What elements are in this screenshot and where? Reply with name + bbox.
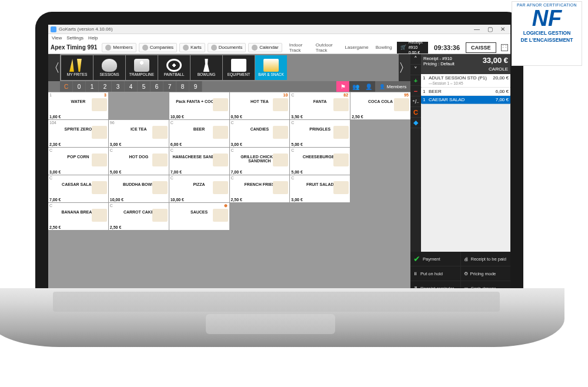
numpad-7[interactable]: 7: [163, 81, 176, 92]
receipt-line[interactable]: 1 CAESAR SALAD 7,00 €: [421, 96, 510, 104]
numpad-0[interactable]: 0: [73, 81, 86, 92]
product-qty: C: [171, 176, 173, 180]
cashier-name: CAROLE: [423, 66, 508, 72]
menu-view[interactable]: View: [52, 35, 62, 41]
numpad-4[interactable]: 4: [125, 81, 138, 92]
product-pringles[interactable]: C PRINGLES 5,00 €: [290, 120, 350, 147]
category-bowling[interactable]: BOWLING: [191, 55, 222, 80]
category-sessions[interactable]: SESSIONS: [93, 55, 125, 80]
product-ham-cheese-sandwich[interactable]: C HAM&CHEESE SANDWICH 7,00 €: [169, 148, 229, 175]
product-coca-cola[interactable]: 95 COCA COLA 2,50 €: [350, 92, 410, 119]
loyalty-button[interactable]: ◆: [410, 118, 421, 128]
product-qty: C: [231, 148, 234, 152]
track-indoor[interactable]: Indoor Track: [287, 41, 311, 54]
track-outdoor[interactable]: Outdoor Track: [313, 41, 340, 54]
ribbon-members[interactable]: Members: [102, 43, 136, 52]
product-candies[interactable]: C CANDIES 3,00 €: [230, 120, 290, 147]
members-label[interactable]: 👤 Members: [375, 81, 410, 92]
product-pack-fanta-coca-x-[interactable]: Pack FANTA + COCA x3 10,00 €: [169, 92, 229, 119]
track-lasergame[interactable]: Lasergame: [343, 44, 371, 51]
product-fruit-salad[interactable]: C FRUIT SALAD 3,00 €: [290, 175, 350, 202]
menu-settings[interactable]: Settings: [66, 35, 83, 41]
product-image: [92, 154, 107, 166]
product-pop-corn[interactable]: C POP CORN 3,00 €: [48, 148, 108, 175]
group-button[interactable]: 👥: [349, 81, 362, 92]
product-image: [333, 98, 349, 111]
numpad-3[interactable]: 3: [112, 81, 125, 92]
receipt-summary[interactable]: 🛒 Receipt #910 0,00 €: [397, 42, 428, 54]
numpad-2[interactable]: 2: [99, 81, 112, 92]
product-french-fries[interactable]: C FRENCH FRIES 2,50 €: [230, 175, 290, 202]
product-price: 2,50 €: [231, 198, 242, 202]
ribbon-companies[interactable]: Companies: [139, 43, 177, 52]
track-bowling[interactable]: Bowling: [373, 44, 395, 51]
product-banana-bread[interactable]: C BANANA BREAD 2,50 €: [48, 203, 108, 230]
print-receipt-button[interactable]: 🖨 Receipt to be paid: [461, 252, 511, 266]
product-image: [273, 154, 288, 166]
numpad-9[interactable]: 9: [189, 81, 202, 92]
window-maximize[interactable]: ▢: [485, 26, 495, 32]
receipt-lines: 1 ADULT SESSION STD (P1)—Session 1 – 10:…: [421, 74, 510, 104]
category-next[interactable]: 〉: [399, 54, 410, 81]
window-minimize[interactable]: —: [472, 26, 482, 32]
category-prev[interactable]: 〈: [48, 54, 60, 81]
product-qty: C: [110, 148, 113, 152]
product-price: 3,00 €: [49, 170, 61, 174]
numpad-1[interactable]: 1: [86, 81, 99, 92]
caisse-button[interactable]: CAISSE: [466, 42, 496, 53]
product-beer[interactable]: C BEER 6,00 €: [169, 120, 229, 147]
numpad-C[interactable]: C: [60, 81, 73, 92]
product-image: [92, 209, 107, 222]
product-grid-wrap: 1 3 WATER 1,60 € Pack FANTA + COCA x3 10…: [48, 92, 410, 295]
product-image: [333, 126, 349, 139]
pricing-mode-button[interactable]: ⚙ Pricing mode: [461, 266, 511, 281]
category-paintball[interactable]: PAINTBALL: [158, 55, 190, 80]
ribbon-documents[interactable]: Documents: [208, 43, 246, 52]
empty-slot: [350, 120, 410, 147]
scroll-up-icon[interactable]: ˄: [410, 54, 421, 65]
ribbon-calendar[interactable]: Calendar: [248, 43, 282, 52]
product-ice-tea[interactable]: 96 ICE TEA 3,00 €: [109, 120, 169, 147]
person-button[interactable]: 👤: [362, 81, 375, 92]
numpad-8[interactable]: 8: [176, 81, 189, 92]
tag-button[interactable]: ⚑: [336, 81, 349, 92]
mail-icon[interactable]: [501, 44, 508, 51]
category-equipment[interactable]: EQUIPMENT: [223, 55, 255, 80]
product-buddha-bowl[interactable]: BUDDHA BOWL 10,00 €: [109, 175, 169, 202]
clear-button[interactable]: C: [410, 107, 421, 118]
qty-minus[interactable]: −: [410, 86, 421, 96]
ribbon-karts[interactable]: Karts: [179, 43, 205, 52]
category-my-frites[interactable]: MY FRITES: [61, 55, 93, 80]
product-caesar-salad[interactable]: C CAESAR SALAD 7,00 €: [48, 175, 108, 202]
product-sauces[interactable]: ⊕ SAUCES: [169, 203, 229, 230]
product-fanta[interactable]: C 82 FANTA 3,50 €: [290, 92, 350, 119]
product-water[interactable]: 1 3 WATER 1,60 €: [48, 92, 108, 119]
product-sprite-zero[interactable]: 104 SPRITE ZERO 2,30 €: [48, 120, 108, 147]
product-cheeseburger[interactable]: C CHEESEBURGER 5,00 €: [290, 148, 350, 175]
product-price: 7,00 €: [49, 198, 61, 202]
product-image: [213, 98, 228, 111]
product-pizza[interactable]: C PIZZA 10,00 €: [169, 175, 229, 202]
window-close[interactable]: ✕: [497, 26, 508, 32]
discount-button[interactable]: ⁺/₋: [410, 96, 421, 107]
hold-button[interactable]: ⏸ Put on hold: [410, 266, 460, 281]
numpad-5[interactable]: 5: [138, 81, 151, 92]
product-image: [152, 181, 168, 194]
product-carrot-cake[interactable]: C CARROT CAKE 2,50 €: [109, 203, 169, 230]
product-qty: C: [291, 148, 294, 152]
product-hot-dog[interactable]: C HOT DOG 5,00 €: [109, 148, 169, 175]
nf-line1: LOGICIEL GESTION: [514, 31, 579, 36]
category-trampoline[interactable]: TRAMPOLINE: [126, 55, 158, 80]
product-grilled-chicken-sandwich[interactable]: C GRILLED CHICKEN SANDWICH 7,00 €: [230, 148, 290, 175]
product-hot-tea[interactable]: 10 HOT TEA 0,50 €: [230, 92, 290, 119]
category-bar-snack[interactable]: BAR & SNACK: [255, 55, 287, 80]
product-image: [273, 98, 288, 111]
scroll-down-icon[interactable]: ˅: [410, 65, 421, 75]
menu-help[interactable]: Help: [88, 35, 98, 41]
payment-button[interactable]: ✔ Payment: [410, 252, 460, 266]
qty-plus[interactable]: +: [410, 75, 421, 86]
empty-slot: [350, 148, 410, 175]
receipt-line[interactable]: 1 BEER 6,00 €: [421, 88, 510, 96]
receipt-line[interactable]: 1 ADULT SESSION STD (P1)—Session 1 – 10:…: [421, 74, 510, 88]
numpad-6[interactable]: 6: [151, 81, 163, 92]
